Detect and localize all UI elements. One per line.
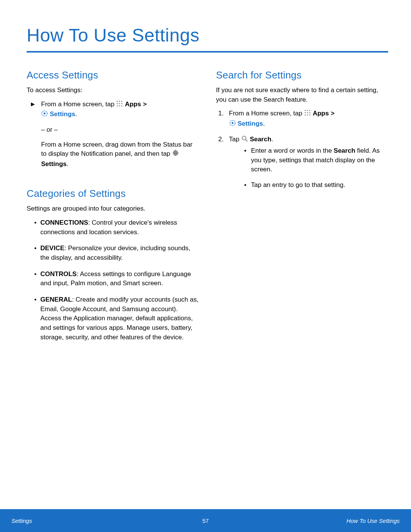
- settings-ring-icon: [229, 120, 236, 129]
- footer-left: Settings: [11, 518, 32, 524]
- svg-point-11: [304, 110, 306, 111]
- categories-list: CONNECTIONS: Control your device's wirel…: [27, 218, 199, 342]
- search-steps: 1. From a Home screen, tap Apps > Settin…: [216, 109, 389, 190]
- period: .: [75, 110, 77, 118]
- svg-point-2: [121, 101, 123, 102]
- settings-label-blue: Settings: [237, 120, 263, 127]
- search-step-1: 1. From a Home screen, tap Apps > Settin…: [216, 109, 389, 129]
- categories-intro: Settings are grouped into four categorie…: [27, 204, 199, 214]
- gear-icon: [172, 150, 179, 160]
- svg-point-19: [309, 115, 310, 116]
- footer-right: How To Use Settings: [346, 518, 400, 524]
- categories-heading: Categories of Settings: [27, 188, 199, 200]
- svg-point-5: [121, 103, 123, 104]
- svg-line-23: [245, 139, 247, 141]
- svg-point-16: [309, 112, 310, 113]
- access-settings-heading: Access Settings: [27, 69, 199, 81]
- svg-point-13: [309, 110, 310, 111]
- svg-point-3: [117, 103, 118, 104]
- category-label: CONNECTIONS: [40, 219, 88, 226]
- or-separator: – or –: [27, 125, 199, 135]
- gt-separator: >: [329, 110, 335, 117]
- category-item: CONNECTIONS: Control your device's wirel…: [34, 218, 199, 237]
- category-label: GENERAL: [40, 296, 72, 303]
- step2-prefix: Tap: [229, 136, 241, 143]
- svg-point-21: [231, 122, 233, 124]
- period-2: .: [67, 160, 68, 168]
- search-label: Search: [250, 136, 271, 143]
- apps-grid-icon: [116, 100, 123, 110]
- svg-point-17: [304, 115, 306, 116]
- svg-point-6: [117, 105, 118, 106]
- category-item: CONTROLS: Access settings to configure L…: [34, 270, 199, 288]
- category-item: DEVICE: Personalize your device, includi…: [34, 244, 199, 262]
- search-intro: If you are not sure exactly where to fin…: [216, 86, 389, 104]
- page-content: How To Use Settings Access Settings To a…: [0, 0, 411, 350]
- period: .: [271, 136, 273, 143]
- substep-a-pre: Enter a word or words in the: [251, 147, 334, 154]
- settings-ring-icon: [41, 110, 48, 120]
- search-substep: Enter a word or words in the Search fiel…: [244, 146, 389, 174]
- settings-label-bold: Settings: [41, 160, 67, 168]
- svg-point-8: [121, 105, 123, 106]
- search-substep: Tap an entry to go to that setting.: [244, 181, 389, 190]
- access-alt-prefix: From a Home screen, drag down from the S…: [41, 141, 193, 158]
- left-column: Access Settings To access Settings: ► Fr…: [27, 69, 199, 350]
- svg-point-4: [119, 103, 120, 104]
- triangle-marker-icon: ►: [30, 100, 36, 109]
- access-step-text-prefix: From a Home screen, tap: [41, 101, 116, 108]
- category-item: GENERAL: Create and modify your accounts…: [34, 295, 199, 342]
- svg-point-7: [119, 105, 120, 106]
- apps-label: Apps: [125, 101, 141, 108]
- svg-point-1: [119, 101, 120, 102]
- page-footer: Settings 57 How To Use Settings: [0, 509, 411, 532]
- two-column-layout: Access Settings To access Settings: ► Fr…: [27, 69, 388, 350]
- svg-point-18: [307, 115, 308, 116]
- search-step-2: 2. Tap Search. Enter a word or words in …: [216, 135, 389, 190]
- apps-grid-icon: [304, 109, 311, 119]
- apps-label: Apps: [313, 110, 329, 117]
- page-title: How To Use Settings: [27, 25, 388, 53]
- step-number: 2.: [218, 135, 224, 144]
- svg-point-10: [44, 113, 46, 115]
- step1-prefix: From a Home screen, tap: [229, 110, 304, 117]
- access-step-alt: From a Home screen, drag down from the S…: [27, 140, 199, 169]
- footer-page-number: 57: [202, 518, 209, 524]
- category-label: CONTROLS: [40, 270, 76, 278]
- svg-point-14: [304, 112, 306, 113]
- gt-separator: >: [141, 101, 147, 108]
- search-icon: [241, 135, 248, 145]
- category-label: DEVICE: [40, 244, 64, 252]
- substep-b: Tap an entry to go to that setting.: [251, 181, 346, 189]
- access-step-primary: ► From a Home screen, tap Apps > Setting…: [27, 100, 199, 120]
- period: .: [263, 120, 265, 127]
- search-substeps: Enter a word or words in the Search fiel…: [229, 146, 389, 190]
- svg-point-0: [117, 101, 118, 102]
- substep-a-bold: Search: [334, 147, 355, 154]
- search-settings-heading: Search for Settings: [216, 69, 389, 81]
- svg-point-15: [307, 112, 308, 113]
- step-number: 1.: [218, 109, 224, 118]
- svg-point-12: [307, 110, 308, 111]
- access-intro: To access Settings:: [27, 86, 199, 95]
- right-column: Search for Settings If you are not sure …: [216, 69, 389, 350]
- settings-label-blue: Settings: [50, 110, 75, 118]
